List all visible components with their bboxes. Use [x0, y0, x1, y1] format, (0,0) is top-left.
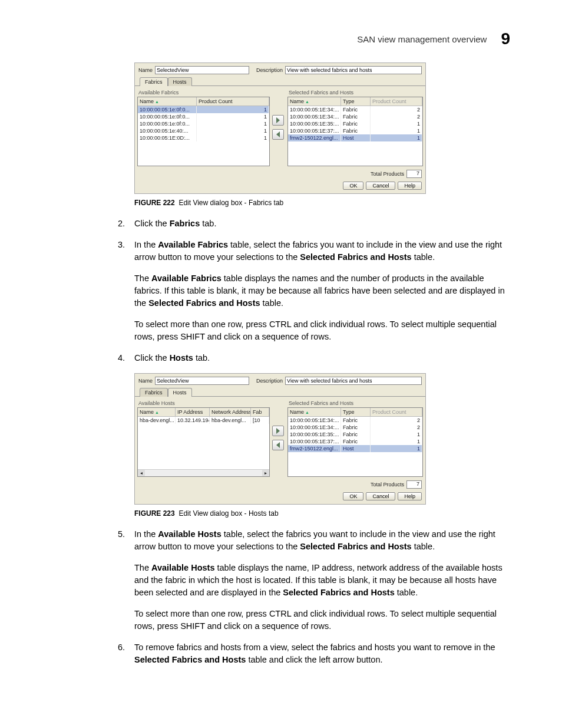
move-right-button[interactable] [272, 115, 284, 126]
col-name[interactable]: Name [138, 97, 197, 106]
table-row[interactable]: 10:00:00:05:1E:34:...Fabric2 [288, 417, 422, 424]
view-name-input[interactable] [155, 377, 249, 385]
figure-222-caption: FIGURE 222 Edit View dialog box - Fabric… [134, 199, 505, 207]
name-label: Name [138, 378, 153, 384]
table-row[interactable]: 10:00:00:05:1E:35:...Fabric1 [288, 120, 422, 127]
tab-fabrics[interactable]: Fabrics [140, 77, 168, 86]
col-network-address[interactable]: Network Address [210, 408, 251, 416]
table-cell: hba-dev.engl... [138, 417, 176, 424]
step-5-text-1: In the Available Hosts table, select the… [134, 528, 505, 553]
table-cell: Fabric [341, 106, 371, 113]
scroll-left-icon[interactable]: ◂ [138, 470, 145, 476]
col-fabric[interactable]: Fab [251, 408, 269, 416]
table-cell: 2 [371, 113, 422, 120]
table-cell: 10.32.149.194 [176, 417, 210, 424]
available-fabrics-table[interactable]: Name Product Count 10:00:00:05:1e:0f:0..… [137, 97, 270, 166]
table-cell: 10:00:00:05:1e:0f:0... [138, 106, 197, 113]
col-name[interactable]: Name [288, 97, 341, 106]
view-description-input[interactable] [285, 377, 422, 385]
table-row[interactable]: 10:00:00:05:1E:34:...Fabric2 [288, 113, 422, 120]
table-cell: 1 [371, 134, 422, 141]
table-row[interactable]: 10:00:00:05:1E:0D:...1 [138, 134, 269, 141]
table-cell: Fabric [341, 431, 371, 438]
table-row[interactable]: 10:00:00:05:1e:0f:0...1 [138, 120, 269, 127]
cancel-button[interactable]: Cancel [366, 182, 395, 190]
table-row[interactable]: 10:00:00:05:1E:34:...Fabric2 [288, 106, 422, 113]
step-6-text: To remove fabrics and hosts from a view,… [134, 641, 505, 666]
tab-fabrics[interactable]: Fabrics [140, 388, 168, 397]
table-cell: 1 [371, 445, 422, 452]
table-row[interactable]: 10:00:00:05:1e:0f:0...1 [138, 113, 269, 120]
tab-hosts[interactable]: Hosts [168, 77, 192, 86]
table-cell: 10:00:00:05:1e:40:... [138, 127, 197, 134]
table-cell: fmw2-150122.engl... [288, 445, 341, 452]
table-cell: 10:00:00:05:1E:35:... [288, 431, 341, 438]
table-row[interactable]: 10:00:00:05:1E:37:...Fabric1 [288, 438, 422, 445]
selected-fabrics-table[interactable]: Name Type Product Count 10:00:00:05:1E:3… [287, 97, 423, 166]
table-row[interactable]: fmw2-150122.engl...Host1 [288, 445, 422, 452]
table-row[interactable]: 10:00:00:05:1E:34:...Fabric2 [288, 424, 422, 431]
chevron-right-icon [275, 117, 281, 123]
chevron-right-icon [275, 428, 281, 434]
step-5-text-2: The Available Hosts table displays the n… [134, 562, 505, 599]
col-name[interactable]: Name [288, 408, 341, 416]
table-row[interactable]: fmw2-150122.engl...Host1 [288, 134, 422, 141]
table-cell: 1 [197, 120, 269, 127]
col-ip[interactable]: IP Address [176, 408, 210, 416]
help-button[interactable]: Help [398, 492, 422, 500]
table-cell: Fabric [341, 438, 371, 445]
table-row[interactable]: 10:00:00:05:1e:0f:0...1 [138, 106, 269, 113]
move-left-button[interactable] [272, 129, 284, 140]
table-row[interactable]: 10:00:00:05:1E:37:...Fabric1 [288, 127, 422, 134]
view-description-input[interactable] [285, 66, 422, 74]
table-cell: 2 [371, 106, 422, 113]
table-cell: Fabric [341, 424, 371, 431]
ok-button[interactable]: OK [343, 182, 363, 190]
table-row[interactable]: 10:00:00:05:1e:40:...1 [138, 127, 269, 134]
col-type[interactable]: Type [341, 408, 371, 416]
available-hosts-title: Available Hosts [137, 399, 270, 407]
move-left-button[interactable] [272, 440, 284, 450]
step-2-text: Click the Fabrics tab. [134, 218, 505, 230]
scroll-right-icon[interactable]: ▸ [262, 470, 269, 476]
table-row[interactable]: hba-dev.engl...10.32.149.194hba-dev.engl… [138, 417, 269, 424]
available-fabrics-title: Available Fabrics [137, 88, 270, 97]
total-products-value: 7 [406, 480, 422, 489]
step-4-text: Click the Hosts tab. [134, 352, 505, 364]
ok-button[interactable]: OK [343, 492, 363, 500]
table-cell: 10:00:00:05:1E:34:... [288, 417, 341, 424]
col-product-count[interactable]: Product Count [197, 97, 269, 106]
help-button[interactable]: Help [398, 182, 422, 190]
step-5-text-3: To select more than one row, press CTRL … [134, 608, 505, 633]
description-label: Description [256, 378, 283, 384]
table-cell: Fabric [341, 113, 371, 120]
cancel-button[interactable]: Cancel [366, 492, 395, 500]
edit-view-dialog-hosts: Name Description Fabrics Hosts Available… [134, 373, 426, 505]
horizontal-scrollbar[interactable]: ◂ ▸ [138, 469, 269, 476]
move-right-button[interactable] [272, 426, 284, 436]
available-hosts-table[interactable]: Name IP Address Network Address Fab hba-… [137, 407, 270, 477]
table-cell: hba-dev.engl... [210, 417, 251, 424]
table-cell: 1 [197, 106, 269, 113]
step-number: 3. [118, 239, 128, 352]
table-cell: 1 [197, 127, 269, 134]
col-type[interactable]: Type [341, 97, 371, 106]
figure-223-caption: FIGURE 223 Edit View dialog box - Hosts … [134, 509, 505, 518]
table-cell: 10:00:00:05:1E:35:... [288, 120, 341, 127]
table-cell: Fabric [341, 417, 371, 424]
tab-hosts[interactable]: Hosts [168, 388, 192, 397]
selected-fabrics-table[interactable]: Name Type Product Count 10:00:00:05:1E:3… [287, 407, 423, 477]
header-title: SAN view management overview [357, 34, 487, 44]
col-product-count[interactable]: Product Count [371, 408, 422, 416]
step-3-text-1: In the Available Fabrics table, select t… [134, 239, 505, 263]
col-name[interactable]: Name [138, 408, 176, 416]
table-cell: Host [341, 445, 371, 452]
selected-fabrics-title: Selected Fabrics and Hosts [287, 399, 423, 407]
step-3-text-3: To select more than one row, press CTRL … [134, 318, 505, 343]
edit-view-dialog-fabrics: Name Description Fabrics Hosts Available… [134, 62, 426, 194]
view-name-input[interactable] [155, 66, 249, 74]
table-row[interactable]: 10:00:00:05:1E:35:...Fabric1 [288, 431, 422, 438]
col-product-count[interactable]: Product Count [371, 97, 422, 106]
name-label: Name [138, 67, 153, 73]
total-products-label: Total Products [371, 171, 404, 177]
